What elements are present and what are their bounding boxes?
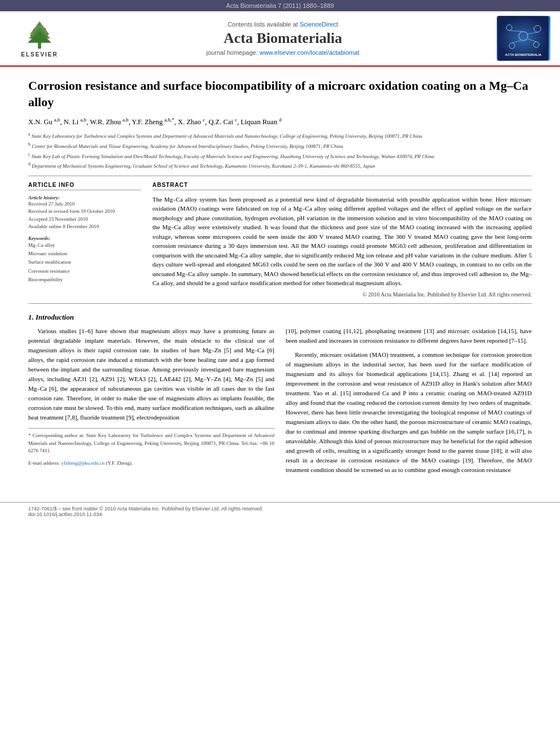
intro-title: 1. Introduction [28,313,532,322]
footnote-corresponding: * Corresponding author at: State Key Lab… [28,432,274,455]
journal-header: ELSEVIER Contents lists available at Sci… [0,11,560,67]
elsevier-logo-area: ELSEVIER [6,19,73,58]
bottom-bar: 1742-7061/$ – see front matter © 2010 Ac… [0,502,560,521]
keywords-label: Keywords: [28,235,141,241]
body-content: 1. Introduction Various studies [1–6] ha… [28,313,532,480]
svg-point-4 [33,29,36,31]
revised-date: Received in revised form 19 October 2010 [28,208,141,216]
authors-line: X.N. Gu a,b, N. Li a,b, W.R. Zhou a,b, Y… [28,117,532,126]
svg-point-7 [46,33,49,36]
divider-2 [28,303,532,304]
volume-text: Acta Biomaterialia 7 (2011) 1880–1889 [226,2,334,9]
acta-biomaterialia-logo: ACTA BIOMATERIALIA [497,16,550,61]
accepted-date: Accepted 23 November 2010 [28,216,141,224]
intro-para-1: Various studies [1–6] have shown that ma… [28,326,274,422]
journal-homepage: journal homepage: www.elsevier.com/locat… [73,49,492,56]
online-date: Available online 8 December 2010 [28,223,141,231]
elsevier-wordmark: ELSEVIER [21,51,58,58]
sciencedirect-link: Contents lists available at ScienceDirec… [73,21,492,28]
intro-para-2: [10], polymer coating [11,12], phosphati… [286,326,532,346]
keyword-4: Corrosion resistance [28,267,141,276]
svg-text:ACTA BIOMATERIALIA: ACTA BIOMATERIALIA [505,53,542,56]
keyword-1: Mg–Ca alloy [28,241,141,250]
elsevier-logo: ELSEVIER [21,19,58,58]
journal-logo-area: ACTA BIOMATERIALIA [492,16,554,61]
keyword-5: Biocompatibility [28,276,141,284]
issn-line: 1742-7061/$ – see front matter © 2010 Ac… [28,506,263,512]
main-content: Corrosion resistance and surface biocomp… [0,67,560,491]
affiliation-d: d Department of Mechanical Systems Engin… [28,161,532,170]
keywords-list: Mg–Ca alloy Microarc oxidation Surface m… [28,241,141,284]
keyword-2: Microarc oxidation [28,250,141,258]
article-title: Corrosion resistance and surface biocomp… [28,78,532,110]
homepage-link[interactable]: www.elsevier.com/locate/actabiomat [260,49,360,56]
affiliations: a State Key Laboratory for Turbulence an… [28,131,532,169]
body-two-col: Various studies [1–6] have shown that ma… [28,326,532,480]
email-link[interactable]: yfzheng@pku.edu.cn [61,460,104,466]
body-col-left: Various studies [1–6] have shown that ma… [28,326,274,480]
footnote-email: E-mail address: yfzheng@pku.edu.cn (Y.F.… [28,460,274,468]
svg-point-5 [44,28,46,30]
article-info-abstract: ARTICLE INFO Article history: Received 2… [28,182,532,298]
body-col-right: [10], polymer coating [11,12], phosphati… [286,326,532,480]
intro-para-3: Recently, microarc oxidation (MAO) treat… [286,350,532,475]
journal-title-area: Contents lists available at ScienceDirec… [73,21,492,56]
abstract-text: The Mg–Ca alloy system has been proposed… [152,195,532,288]
svg-point-8 [38,24,41,26]
elsevier-tree-icon [23,19,56,50]
article-info-column: ARTICLE INFO Article history: Received 2… [28,182,141,298]
svg-point-6 [30,34,33,37]
history-label: Article history: [28,195,141,200]
keywords-group: Keywords: Mg–Ca alloy Microarc oxidation… [28,235,141,284]
affiliation-c: c State Key Lab of Plastic Forming Simul… [28,151,532,160]
article-history: Article history: Received 27 July 2010 R… [28,195,141,231]
footnote-area: * Corresponding author at: State Key Lab… [28,428,274,467]
article-info-label: ARTICLE INFO [28,182,141,190]
keyword-3: Surface modification [28,258,141,267]
abstract-label: ABSTRACT [152,182,532,190]
doi-line: doi:10.1016/j.actbio.2010.11.034 [28,512,532,517]
abstract-copyright: © 2010 Acta Materialia Inc. Published by… [152,291,532,298]
journal-title: Acta Biomaterialia [73,30,492,47]
journal-volume-bar: Acta Biomaterialia 7 (2011) 1880–1889 [0,0,560,11]
received-date: Received 27 July 2010 [28,200,141,208]
sciencedirect-anchor[interactable]: ScienceDirect [300,21,338,28]
affiliation-a: a State Key Laboratory for Turbulence an… [28,131,532,140]
abstract-column: ABSTRACT The Mg–Ca alloy system has been… [152,182,532,298]
bottom-bar-inner: 1742-7061/$ – see front matter © 2010 Ac… [28,506,532,512]
affiliation-b: b Center for Biomedical Materials and Ti… [28,141,532,150]
divider-1 [28,176,532,176]
logo-graphic: ACTA BIOMATERIALIA [498,16,549,60]
page: Acta Biomaterialia 7 (2011) 1880–1889 [0,0,560,521]
